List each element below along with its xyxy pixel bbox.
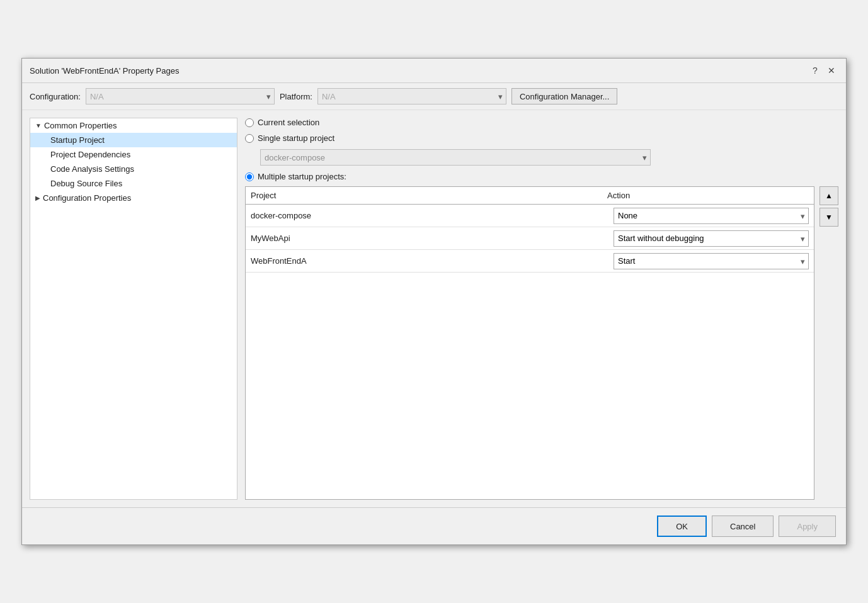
radio-multiple-startup-row: Multiple startup projects: — [245, 172, 838, 181]
config-manager-button[interactable]: Configuration Manager... — [511, 88, 617, 104]
tree-code-analysis-settings[interactable]: Code Analysis Settings — [30, 162, 237, 176]
ok-button[interactable]: OK — [657, 516, 707, 537]
config-properties-label: Configuration Properties — [43, 193, 131, 203]
config-properties-arrow: ▶ — [35, 194, 40, 201]
single-project-dropdown-wrapper: docker-compose — [260, 149, 651, 166]
title-bar: Solution 'WebFrontEndA' Property Pages ?… — [22, 59, 846, 83]
radio-multiple-startup-label: Multiple startup projects: — [258, 172, 346, 181]
config-label: Configuration: — [30, 92, 81, 101]
radio-single-startup-label: Single startup project — [258, 133, 334, 143]
help-button[interactable]: ? — [808, 64, 822, 77]
single-project-select-wrapper: docker-compose — [260, 149, 651, 166]
radio-current-selection[interactable] — [245, 118, 254, 127]
radio-current-selection-label: Current selection — [258, 118, 319, 127]
tree-project-dependencies[interactable]: Project Dependencies — [30, 147, 237, 162]
code-analysis-settings-label: Code Analysis Settings — [50, 164, 134, 174]
common-properties-label: Common Properties — [44, 121, 117, 130]
radio-single-startup[interactable] — [245, 134, 254, 143]
project-name-webfrontenda: WebFrontEndA — [251, 256, 614, 266]
title-bar-buttons: ? ✕ — [808, 64, 838, 77]
config-select[interactable]: N/A — [86, 88, 275, 104]
tree-debug-source-files[interactable]: Debug Source Files — [30, 176, 237, 191]
move-down-button[interactable]: ▼ — [819, 208, 838, 227]
close-button[interactable]: ✕ — [825, 64, 838, 77]
left-panel-tree: ▼ Common Properties Startup Project Proj… — [30, 118, 237, 500]
table-row: WebFrontEndA None Start Start without de… — [246, 250, 814, 273]
config-select-wrapper: N/A — [86, 88, 275, 104]
cancel-button[interactable]: Cancel — [712, 516, 774, 537]
table-row: MyWebApi None Start Start without debugg… — [246, 227, 814, 250]
table-empty-area — [246, 273, 814, 499]
action-select-docker-compose-wrapper: None Start Start without debugging — [614, 208, 809, 224]
up-down-buttons: ▲ ▼ — [819, 186, 838, 500]
move-up-button[interactable]: ▲ — [819, 186, 838, 205]
tree-config-properties[interactable]: ▶ Configuration Properties — [30, 191, 237, 205]
startup-project-label: Startup Project — [50, 135, 105, 145]
table-row: docker-compose None Start Start without … — [246, 205, 814, 227]
debug-source-files-label: Debug Source Files — [50, 179, 122, 188]
radio-multiple-startup[interactable] — [245, 172, 254, 181]
table-header: Project Action — [246, 187, 814, 205]
startup-radio-group: Current selection Single startup project… — [245, 118, 838, 500]
action-select-mywebapi[interactable]: None Start Start without debugging — [614, 230, 809, 247]
action-select-webfrontenda[interactable]: None Start Start without debugging — [614, 253, 809, 269]
platform-select[interactable]: N/A — [317, 88, 506, 104]
main-content: ▼ Common Properties Startup Project Proj… — [22, 110, 846, 507]
footer: OK Cancel Apply — [22, 507, 846, 544]
multiple-startup-section: Multiple startup projects: Project Actio… — [245, 172, 838, 500]
action-select-webfrontenda-wrapper: None Start Start without debugging — [614, 253, 809, 269]
right-panel: Current selection Single startup project… — [245, 118, 838, 500]
action-select-docker-compose[interactable]: None Start Start without debugging — [614, 208, 809, 224]
dialog-title: Solution 'WebFrontEndA' Property Pages — [30, 66, 179, 76]
single-project-dropdown[interactable]: docker-compose — [260, 149, 651, 166]
platform-select-wrapper: N/A — [317, 88, 506, 104]
radio-current-selection-row: Current selection — [245, 118, 838, 127]
projects-table: Project Action docker-compose None Start — [245, 186, 814, 500]
projects-area: Project Action docker-compose None Start — [245, 186, 838, 500]
apply-button[interactable]: Apply — [779, 516, 836, 537]
platform-label: Platform: — [280, 92, 312, 101]
project-dependencies-label: Project Dependencies — [50, 150, 130, 159]
tree-startup-project[interactable]: Startup Project — [30, 133, 237, 147]
common-properties-arrow: ▼ — [35, 122, 42, 129]
project-name-docker-compose: docker-compose — [251, 211, 614, 220]
config-bar: Configuration: N/A Platform: N/A Configu… — [22, 83, 846, 110]
col-action-header: Action — [607, 191, 809, 200]
col-project-header: Project — [251, 191, 607, 200]
project-name-mywebapi: MyWebApi — [251, 234, 614, 243]
tree-common-properties[interactable]: ▼ Common Properties — [30, 118, 237, 133]
action-select-mywebapi-wrapper: None Start Start without debugging — [614, 230, 809, 247]
radio-single-startup-row: Single startup project — [245, 133, 838, 143]
property-pages-dialog: Solution 'WebFrontEndA' Property Pages ?… — [21, 58, 847, 545]
